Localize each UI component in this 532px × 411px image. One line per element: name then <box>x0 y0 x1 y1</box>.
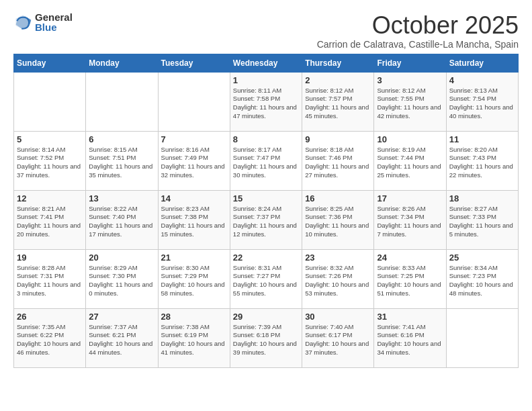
day-info: Sunrise: 8:23 AM Sunset: 7:38 PM Dayligh… <box>161 205 227 239</box>
day-number: 23 <box>305 253 371 263</box>
col-header-tuesday: Tuesday <box>158 54 230 72</box>
day-number: 27 <box>89 312 154 322</box>
calendar-week-3: 19Sunrise: 8:28 AM Sunset: 7:31 PM Dayli… <box>14 249 519 308</box>
day-number: 1 <box>233 75 299 85</box>
day-info: Sunrise: 8:21 AM Sunset: 7:41 PM Dayligh… <box>17 205 83 239</box>
day-number: 10 <box>377 134 443 144</box>
day-info: Sunrise: 8:12 AM Sunset: 7:55 PM Dayligh… <box>377 87 443 121</box>
header: General Blue October 2025 Carrion de Cal… <box>13 12 519 50</box>
calendar-table: SundayMondayTuesdayWednesdayThursdayFrid… <box>13 54 519 368</box>
calendar-cell: 4Sunrise: 8:13 AM Sunset: 7:54 PM Daylig… <box>446 72 518 131</box>
logo-text: General Blue <box>35 12 73 32</box>
calendar-week-0: 1Sunrise: 8:11 AM Sunset: 7:58 PM Daylig… <box>14 72 519 131</box>
day-number: 3 <box>377 75 443 85</box>
calendar-cell: 21Sunrise: 8:30 AM Sunset: 7:29 PM Dayli… <box>158 249 230 308</box>
day-info: Sunrise: 8:34 AM Sunset: 7:23 PM Dayligh… <box>449 264 515 298</box>
day-number: 17 <box>377 193 443 203</box>
day-number: 31 <box>377 312 443 322</box>
calendar-cell: 9Sunrise: 8:18 AM Sunset: 7:46 PM Daylig… <box>302 131 374 190</box>
day-info: Sunrise: 8:26 AM Sunset: 7:34 PM Dayligh… <box>377 205 443 239</box>
calendar-cell: 20Sunrise: 8:29 AM Sunset: 7:30 PM Dayli… <box>86 249 158 308</box>
day-number: 7 <box>161 134 227 144</box>
col-header-monday: Monday <box>86 54 158 72</box>
day-number: 14 <box>161 193 227 203</box>
calendar-cell: 13Sunrise: 8:22 AM Sunset: 7:40 PM Dayli… <box>86 190 158 249</box>
day-number: 25 <box>449 253 515 263</box>
day-info: Sunrise: 7:40 AM Sunset: 6:17 PM Dayligh… <box>305 323 371 357</box>
day-number: 6 <box>89 134 154 144</box>
day-info: Sunrise: 8:24 AM Sunset: 7:37 PM Dayligh… <box>233 205 299 239</box>
calendar-cell: 26Sunrise: 7:35 AM Sunset: 6:22 PM Dayli… <box>14 308 86 367</box>
calendar-cell: 3Sunrise: 8:12 AM Sunset: 7:55 PM Daylig… <box>374 72 446 131</box>
day-number: 9 <box>305 134 371 144</box>
day-info: Sunrise: 8:11 AM Sunset: 7:58 PM Dayligh… <box>233 87 299 121</box>
calendar-cell <box>446 308 518 367</box>
calendar-cell: 15Sunrise: 8:24 AM Sunset: 7:37 PM Dayli… <box>230 190 302 249</box>
calendar-week-1: 5Sunrise: 8:14 AM Sunset: 7:52 PM Daylig… <box>14 131 519 190</box>
calendar-cell: 29Sunrise: 7:39 AM Sunset: 6:18 PM Dayli… <box>230 308 302 367</box>
title-section: October 2025 Carrion de Calatrava, Casti… <box>317 12 519 50</box>
day-info: Sunrise: 7:38 AM Sunset: 6:19 PM Dayligh… <box>161 323 227 357</box>
calendar-week-4: 26Sunrise: 7:35 AM Sunset: 6:22 PM Dayli… <box>14 308 519 367</box>
day-number: 5 <box>17 134 83 144</box>
col-header-sunday: Sunday <box>14 54 86 72</box>
day-number: 19 <box>17 253 83 263</box>
day-number: 12 <box>17 193 83 203</box>
day-number: 18 <box>449 193 515 203</box>
calendar-cell: 11Sunrise: 8:20 AM Sunset: 7:43 PM Dayli… <box>446 131 518 190</box>
day-number: 29 <box>233 312 299 322</box>
location-title: Carrion de Calatrava, Castille-La Mancha… <box>317 39 519 50</box>
calendar-cell <box>14 72 86 131</box>
day-info: Sunrise: 8:28 AM Sunset: 7:31 PM Dayligh… <box>17 264 83 298</box>
logo-icon <box>13 13 32 32</box>
day-info: Sunrise: 7:41 AM Sunset: 6:16 PM Dayligh… <box>377 323 443 357</box>
day-info: Sunrise: 8:19 AM Sunset: 7:44 PM Dayligh… <box>377 146 443 180</box>
day-number: 20 <box>89 253 154 263</box>
calendar-cell: 30Sunrise: 7:40 AM Sunset: 6:17 PM Dayli… <box>302 308 374 367</box>
logo: General Blue <box>13 12 73 32</box>
day-info: Sunrise: 8:15 AM Sunset: 7:51 PM Dayligh… <box>89 146 154 180</box>
calendar-cell: 18Sunrise: 8:27 AM Sunset: 7:33 PM Dayli… <box>446 190 518 249</box>
calendar-cell: 2Sunrise: 8:12 AM Sunset: 7:57 PM Daylig… <box>302 72 374 131</box>
calendar-cell <box>158 72 230 131</box>
day-info: Sunrise: 8:16 AM Sunset: 7:49 PM Dayligh… <box>161 146 227 180</box>
day-number: 8 <box>233 134 299 144</box>
day-info: Sunrise: 7:35 AM Sunset: 6:22 PM Dayligh… <box>17 323 83 357</box>
day-number: 2 <box>305 75 371 85</box>
day-info: Sunrise: 8:17 AM Sunset: 7:47 PM Dayligh… <box>233 146 299 180</box>
month-title: October 2025 <box>317 12 519 39</box>
calendar-cell: 23Sunrise: 8:32 AM Sunset: 7:26 PM Dayli… <box>302 249 374 308</box>
day-info: Sunrise: 8:12 AM Sunset: 7:57 PM Dayligh… <box>305 87 371 121</box>
day-number: 15 <box>233 193 299 203</box>
calendar-cell: 7Sunrise: 8:16 AM Sunset: 7:49 PM Daylig… <box>158 131 230 190</box>
col-header-friday: Friday <box>374 54 446 72</box>
day-info: Sunrise: 8:20 AM Sunset: 7:43 PM Dayligh… <box>449 146 515 180</box>
calendar-cell <box>86 72 158 131</box>
day-info: Sunrise: 7:37 AM Sunset: 6:21 PM Dayligh… <box>89 323 154 357</box>
logo-general: General <box>35 12 73 22</box>
day-info: Sunrise: 8:32 AM Sunset: 7:26 PM Dayligh… <box>305 264 371 298</box>
day-info: Sunrise: 8:31 AM Sunset: 7:27 PM Dayligh… <box>233 264 299 298</box>
day-number: 22 <box>233 253 299 263</box>
calendar-cell: 14Sunrise: 8:23 AM Sunset: 7:38 PM Dayli… <box>158 190 230 249</box>
calendar-week-2: 12Sunrise: 8:21 AM Sunset: 7:41 PM Dayli… <box>14 190 519 249</box>
day-info: Sunrise: 8:14 AM Sunset: 7:52 PM Dayligh… <box>17 146 83 180</box>
day-number: 28 <box>161 312 227 322</box>
calendar-cell: 24Sunrise: 8:33 AM Sunset: 7:25 PM Dayli… <box>374 249 446 308</box>
day-info: Sunrise: 8:29 AM Sunset: 7:30 PM Dayligh… <box>89 264 154 298</box>
col-header-wednesday: Wednesday <box>230 54 302 72</box>
calendar-cell: 17Sunrise: 8:26 AM Sunset: 7:34 PM Dayli… <box>374 190 446 249</box>
col-header-thursday: Thursday <box>302 54 374 72</box>
day-info: Sunrise: 7:39 AM Sunset: 6:18 PM Dayligh… <box>233 323 299 357</box>
col-header-saturday: Saturday <box>446 54 518 72</box>
calendar-cell: 6Sunrise: 8:15 AM Sunset: 7:51 PM Daylig… <box>86 131 158 190</box>
day-info: Sunrise: 8:13 AM Sunset: 7:54 PM Dayligh… <box>449 87 515 121</box>
day-number: 16 <box>305 193 371 203</box>
calendar-cell: 16Sunrise: 8:25 AM Sunset: 7:36 PM Dayli… <box>302 190 374 249</box>
calendar-header-row: SundayMondayTuesdayWednesdayThursdayFrid… <box>14 54 519 72</box>
day-number: 11 <box>449 134 515 144</box>
calendar-cell: 25Sunrise: 8:34 AM Sunset: 7:23 PM Dayli… <box>446 249 518 308</box>
day-number: 30 <box>305 312 371 322</box>
calendar-cell: 8Sunrise: 8:17 AM Sunset: 7:47 PM Daylig… <box>230 131 302 190</box>
day-info: Sunrise: 8:27 AM Sunset: 7:33 PM Dayligh… <box>449 205 515 239</box>
